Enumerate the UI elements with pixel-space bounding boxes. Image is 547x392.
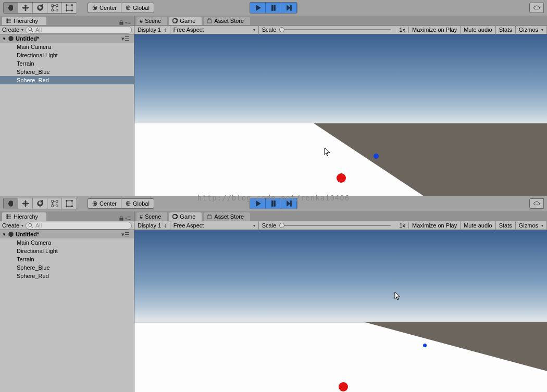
game-toolbar: Display 1‡ Free Aspect▾ Scale 1x Maximiz… bbox=[134, 25, 547, 34]
slider-thumb[interactable] bbox=[279, 223, 284, 228]
hierarchy-item-label: Sphere_Blue bbox=[17, 69, 50, 75]
hierarchy-item[interactable]: Sphere_Blue bbox=[0, 68, 134, 76]
hierarchy-list: ▼ Untitled* ▾☰ Main Camera Directional L… bbox=[0, 230, 134, 392]
hierarchy-item-label: Main Camera bbox=[17, 239, 51, 246]
svg-point-6 bbox=[71, 4, 73, 6]
panel-menu-icon[interactable]: ▾☰ bbox=[125, 216, 131, 221]
hierarchy-item[interactable]: Terrain bbox=[0, 255, 134, 263]
pacman-icon bbox=[172, 214, 178, 219]
slider-track[interactable] bbox=[279, 29, 391, 30]
scale-tool-button[interactable] bbox=[47, 198, 62, 209]
hierarchy-item[interactable]: Sphere_Red bbox=[0, 272, 134, 280]
game-view[interactable] bbox=[134, 230, 547, 392]
hand-tool-button[interactable] bbox=[4, 3, 18, 13]
mute-toggle[interactable]: Mute audio bbox=[461, 25, 495, 34]
pause-button[interactable] bbox=[266, 3, 281, 13]
svg-point-28 bbox=[66, 206, 67, 207]
search-placeholder: All bbox=[35, 27, 42, 33]
hierarchy-item[interactable]: Sphere_Blue bbox=[0, 263, 134, 272]
svg-point-19 bbox=[29, 28, 32, 31]
play-controls bbox=[250, 2, 297, 14]
pivot-center-button[interactable]: Center bbox=[88, 198, 121, 209]
scene-header[interactable]: ▼ Untitled* ▾☰ bbox=[0, 230, 134, 238]
slider-track[interactable] bbox=[279, 225, 391, 226]
display-dropdown[interactable]: Display 1‡ bbox=[134, 25, 170, 34]
pivot-center-label: Center bbox=[100, 200, 117, 207]
scene-tab[interactable]: #Scene bbox=[136, 17, 167, 25]
maximize-toggle[interactable]: Maximize on Play bbox=[409, 25, 461, 34]
create-dropdown[interactable]: Create▾ bbox=[2, 27, 23, 33]
scale-tool-button[interactable] bbox=[47, 3, 62, 13]
hierarchy-tab[interactable]: Hierarchy bbox=[2, 212, 46, 221]
aspect-dropdown[interactable]: Free Aspect▾ bbox=[170, 221, 259, 230]
watermark-text: http://blog.csdn.net/renkai0406 bbox=[197, 194, 350, 202]
gizmos-dropdown[interactable]: Gizmos▾ bbox=[516, 221, 547, 230]
slider-thumb[interactable] bbox=[279, 27, 284, 32]
scale-slider[interactable]: Scale 1x bbox=[259, 27, 409, 33]
rect-tool-button[interactable] bbox=[62, 3, 77, 13]
aspect-dropdown[interactable]: Free Aspect▾ bbox=[170, 25, 259, 34]
pivot-center-button[interactable]: Center bbox=[88, 3, 121, 13]
panel-options: ▾☰ bbox=[119, 216, 134, 221]
stats-toggle[interactable]: Stats bbox=[496, 25, 516, 34]
hierarchy-search-input[interactable]: All bbox=[26, 26, 132, 34]
hierarchy-item-label: Terrain bbox=[17, 256, 34, 262]
rotate-tool-button[interactable] bbox=[33, 198, 47, 209]
gizmos-label: Gizmos bbox=[519, 27, 538, 33]
scene-tab-label: Scene bbox=[145, 213, 161, 220]
mute-toggle[interactable]: Mute audio bbox=[461, 221, 495, 230]
search-icon bbox=[28, 223, 33, 228]
scene-header[interactable]: ▼ Untitled* ▾☰ bbox=[0, 34, 134, 43]
gizmos-label: Gizmos bbox=[519, 222, 538, 229]
display-dropdown[interactable]: Display 1‡ bbox=[134, 221, 170, 230]
hierarchy-item[interactable]: Terrain bbox=[0, 59, 134, 68]
hierarchy-tab[interactable]: Hierarchy bbox=[2, 17, 46, 25]
svg-rect-22 bbox=[56, 200, 58, 203]
unity-logo-icon bbox=[8, 36, 14, 41]
move-tool-button[interactable] bbox=[18, 3, 33, 13]
hand-tool-button[interactable] bbox=[4, 198, 18, 209]
red-sphere bbox=[337, 173, 346, 183]
maximize-toggle[interactable]: Maximize on Play bbox=[409, 221, 461, 230]
create-label: Create bbox=[2, 27, 19, 33]
lock-icon[interactable] bbox=[119, 20, 124, 25]
scene-menu-icon[interactable]: ▾☰ bbox=[121, 231, 132, 238]
pivot-global-button[interactable]: Global bbox=[121, 198, 154, 209]
unity-editor-top: Center Global Hierarchy ▾☰ Create▾ All bbox=[0, 0, 547, 196]
asset-store-tab[interactable]: Asset Store bbox=[204, 17, 250, 25]
scale-slider[interactable]: Scale 1x bbox=[259, 222, 409, 229]
game-tab[interactable]: Game bbox=[169, 17, 202, 25]
scale-value: 1x bbox=[394, 27, 405, 33]
svg-rect-16 bbox=[7, 20, 8, 21]
hierarchy-item[interactable]: Directional Light bbox=[0, 51, 134, 59]
gizmos-dropdown[interactable]: Gizmos▾ bbox=[516, 25, 547, 34]
cloud-button[interactable] bbox=[529, 3, 544, 13]
panel-menu-icon[interactable]: ▾☰ bbox=[125, 20, 131, 25]
hierarchy-item-label: Directional Light bbox=[17, 52, 58, 58]
scene-menu-icon[interactable]: ▾☰ bbox=[121, 35, 132, 42]
move-tool-button[interactable] bbox=[18, 198, 33, 209]
game-tab[interactable]: Game bbox=[169, 212, 202, 221]
hierarchy-item-selected[interactable]: Sphere_Red bbox=[0, 76, 134, 84]
hierarchy-item[interactable]: Directional Light bbox=[0, 247, 134, 255]
step-button[interactable] bbox=[281, 3, 297, 13]
cloud-button[interactable] bbox=[529, 198, 544, 209]
scene-tab[interactable]: #Scene bbox=[136, 212, 167, 221]
play-button[interactable] bbox=[250, 3, 266, 13]
hierarchy-toolbar: Create▾ All bbox=[0, 221, 134, 230]
game-view[interactable] bbox=[134, 34, 547, 196]
stats-toggle[interactable]: Stats bbox=[496, 221, 516, 230]
hierarchy-item[interactable]: Main Camera bbox=[0, 238, 134, 247]
svg-rect-18 bbox=[120, 22, 123, 24]
pivot-global-label: Global bbox=[133, 5, 150, 11]
rotate-tool-button[interactable] bbox=[33, 3, 47, 13]
hierarchy-search-input[interactable]: All bbox=[26, 222, 132, 230]
create-dropdown[interactable]: Create▾ bbox=[2, 222, 23, 229]
rect-tool-button[interactable] bbox=[62, 198, 77, 209]
maximize-label: Maximize on Play bbox=[412, 222, 457, 229]
asset-store-tab[interactable]: Asset Store bbox=[204, 212, 250, 221]
hierarchy-item[interactable]: Main Camera bbox=[0, 43, 134, 51]
lock-icon[interactable] bbox=[119, 216, 124, 221]
svg-rect-25 bbox=[67, 201, 72, 207]
pivot-global-button[interactable]: Global bbox=[121, 3, 154, 13]
